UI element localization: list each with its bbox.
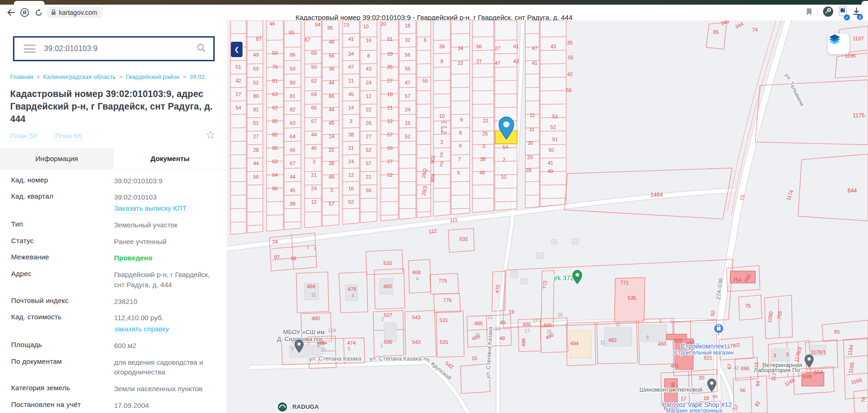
reader-check-badge: ✓	[844, 14, 850, 20]
map-parcel-number: 21	[348, 145, 354, 151]
toolbar-separator	[817, 8, 817, 17]
menu-icon[interactable]	[24, 45, 36, 53]
map-parcel-number: 16	[405, 120, 410, 126]
detail-label: Площадь	[11, 341, 114, 351]
detail-label: Тип	[11, 220, 114, 230]
map-parcel-number: 56	[476, 44, 482, 49]
map-address-number: 11	[311, 292, 316, 297]
plan-zu-link[interactable]: План ЗУ	[10, 132, 38, 141]
cadastral-map[interactable]: 4694957310201887656748411651326224950966…	[227, 20, 868, 413]
map-parcel-number: 26	[366, 120, 371, 126]
breadcrumb-item[interactable]: Калининградская область	[43, 73, 116, 80]
map-canvas[interactable]: 4694957310201887656748411651326224950966…	[227, 20, 868, 413]
detail-link[interactable]: Заказать выписку КПТ	[114, 204, 186, 213]
favorite-star-icon[interactable]	[205, 130, 216, 142]
back-button[interactable]	[4, 6, 18, 19]
map-parcel-number: 490	[543, 322, 552, 328]
detail-value: Земли населенных пунктов	[114, 384, 212, 394]
map-parcel-number: 50	[272, 50, 278, 56]
map-parcel-number: 22	[483, 118, 488, 123]
url-text[interactable]: kartagov.com	[59, 9, 97, 16]
map-parcel-number: 775	[439, 278, 447, 284]
map-parcel-number: 47	[348, 64, 354, 70]
map-parcel-number: 24	[405, 107, 410, 112]
lock-icon[interactable]	[51, 9, 56, 17]
map-parcel-number: 52	[405, 134, 410, 139]
map-poi-label-green: jrk 372	[553, 274, 574, 282]
map-parcel-number: 18	[703, 395, 709, 401]
map-parcel-number: 75	[745, 303, 751, 309]
detail-link[interactable]: заказать справку	[114, 324, 169, 334]
map-parcel-number: 95	[327, 25, 333, 31]
map-parcel-number: 64	[311, 91, 317, 97]
bookmark-icon[interactable]	[806, 8, 812, 18]
sidebar-collapse-button[interactable]: ❮	[231, 42, 243, 57]
map-parcel-number: 66	[311, 105, 317, 110]
map-parcel-number: 3	[313, 159, 315, 164]
map-layers-button[interactable]	[828, 33, 849, 54]
address-bar[interactable]: kartagov.com	[47, 7, 103, 18]
map-parcel-number: 46	[269, 21, 275, 26]
browser-active-tab[interactable]	[14, 1, 45, 5]
map-parcel-number: 43	[550, 44, 556, 49]
map-parcel-number: 24	[311, 186, 317, 191]
map-parcel-number: 64	[272, 172, 278, 178]
map-parcel-number: 6	[424, 37, 427, 43]
property-details: Кад. номер39:02:010103:9Кад. квартал39:0…	[0, 173, 227, 413]
reload-button[interactable]	[32, 6, 45, 19]
downloads-icon[interactable]: 2	[852, 7, 861, 18]
map-parcel-number: 63	[290, 120, 295, 126]
search-icon[interactable]	[197, 43, 206, 54]
map-parcel-number: 63	[272, 91, 278, 97]
yandex-browser-icon[interactable]: Я	[18, 6, 32, 19]
map-parcel-number: 34	[458, 45, 463, 51]
map-parcel-number: 1484	[651, 192, 663, 198]
map-parcel-number: 486	[523, 322, 531, 327]
detail-row: ТипЗемельный участок	[0, 217, 227, 233]
search-input[interactable]	[43, 44, 197, 53]
map-parcel-number: 47	[532, 45, 537, 51]
detail-value: 17.09.2004	[114, 400, 158, 411]
map-parcel-number: 2	[440, 139, 443, 145]
map-parcel-number: 48	[329, 39, 334, 45]
search-box[interactable]	[13, 36, 215, 61]
map-parcel-number: 64	[290, 134, 295, 139]
map-address-number: 42	[734, 366, 739, 371]
map-parcel-number: 82	[290, 107, 295, 112]
map-parcel-number: 21	[387, 105, 393, 110]
map-parcel-number: 49	[499, 336, 505, 341]
map-parcel-number: 772	[542, 280, 548, 289]
detail-row: СтатусРанее учтенный	[0, 233, 227, 250]
map-parcel-number: 50	[311, 64, 317, 70]
map-parcel-number: 485	[474, 321, 483, 326]
map-parcel-number: 96	[290, 52, 295, 58]
map-parcel-number: 554	[814, 369, 823, 375]
breadcrumb-item[interactable]: Главная	[10, 73, 33, 80]
map-parcel-number: 543	[412, 339, 421, 345]
plan-kk-link[interactable]: План КК	[55, 132, 82, 141]
detail-value: для ведения садоводства и огородничества	[114, 357, 227, 378]
map-parcel-number: 81	[272, 78, 278, 84]
raduga-logo-icon	[277, 402, 287, 412]
map-parcel-number: 65	[834, 329, 840, 335]
tab-documents[interactable]: Документы	[114, 148, 227, 169]
map-parcel-number: 484	[307, 284, 315, 289]
reader-mode-icon[interactable]: ✓	[839, 6, 848, 19]
map-parcel-number: 74	[752, 27, 758, 32]
breadcrumb-item[interactable]: 39:02:	[190, 73, 206, 80]
map-parcel-number: 3	[330, 187, 333, 193]
detail-row: Постановлен на учёт17.09.2004	[0, 397, 227, 413]
detail-value: Гвардейский р-н, г Гвардейск, снт Радуга…	[114, 270, 227, 290]
map-parcel-number: 34	[348, 51, 354, 57]
map-parcel-number: 3	[786, 352, 789, 357]
map-parcel-number: 483	[383, 284, 392, 289]
map-parcel-number: 67	[727, 363, 733, 369]
map-parcel-number: 18	[405, 23, 410, 28]
map-parcel-number: 51	[552, 136, 558, 142]
breadcrumb-item[interactable]: Гвардейский район	[126, 73, 179, 80]
map-parcel-number: 69	[253, 66, 259, 71]
extensions-icon[interactable]	[822, 6, 834, 19]
tab-information[interactable]: Информация	[0, 148, 114, 169]
map-parcel-number: 46	[479, 170, 485, 175]
map-address-number: 4	[416, 277, 419, 282]
